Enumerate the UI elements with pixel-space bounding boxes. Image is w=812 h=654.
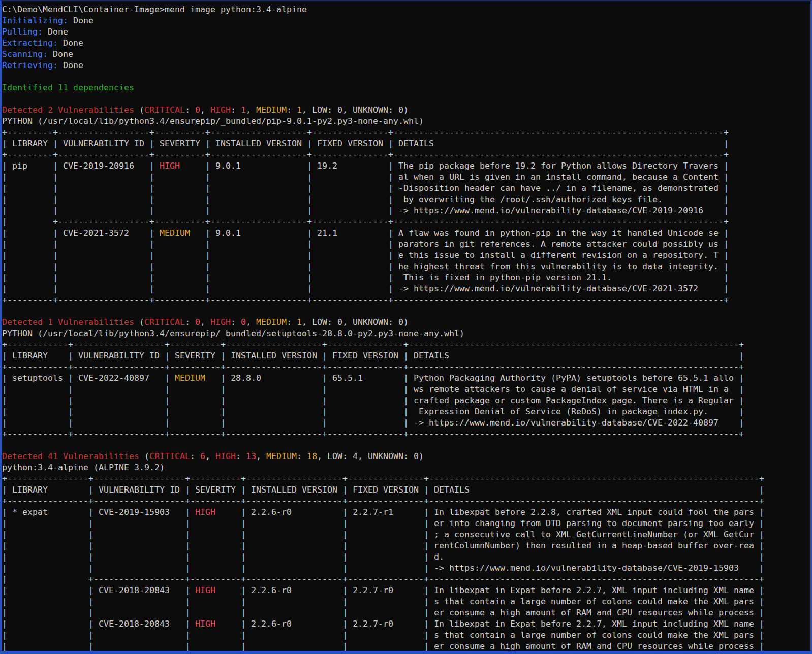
terminal-output: C:\Demo\MendCLI\Container-Image>mend ima… bbox=[2, 1, 810, 652]
terminal-line: | | | | | | -> https://www.mend.io/vulne… bbox=[2, 563, 810, 574]
terminal-line: Identified 11 dependencies bbox=[2, 82, 810, 93]
terminal-line: +----------------+------------------+---… bbox=[2, 473, 810, 484]
terminal-line: | | | | | | al when a URL is given in an… bbox=[2, 172, 810, 183]
terminal-line: | +------------------+----------+-------… bbox=[2, 574, 810, 585]
terminal-line: | | | | | | ; a consecutive call to XML_… bbox=[2, 529, 810, 540]
terminal-window: C:\Demo\MendCLI\Container-Image>mend ima… bbox=[0, 0, 812, 654]
terminal-line: Retrieving: Done bbox=[2, 60, 810, 71]
terminal-line: | | | | | | ws remote attackers to cause… bbox=[2, 384, 810, 395]
terminal-line: PYTHON (/usr/local/lib/python3.4/ensurep… bbox=[2, 116, 810, 127]
terminal-line: | | | | | | he highest threat from this … bbox=[2, 261, 810, 272]
terminal-line: | | | | | | er consume a high amount of … bbox=[2, 607, 810, 618]
terminal-line: Extracting: Done bbox=[2, 38, 810, 49]
terminal-line: +------------+------------------+-------… bbox=[2, 429, 810, 440]
terminal-line: | | CVE-2021-3572 | MEDIUM | 9.0.1 | 21.… bbox=[2, 227, 810, 239]
terminal-line: | | CVE-2018-20843 | HIGH | 2.2.6-r0 | 2… bbox=[2, 585, 810, 596]
terminal-line: | | | | | | Expression Denial of Service… bbox=[2, 406, 810, 417]
terminal-line bbox=[2, 93, 810, 105]
terminal-line: | | | | | | d. | bbox=[2, 551, 810, 563]
terminal-line: Initializing: Done bbox=[2, 15, 810, 26]
terminal-line: | | | | | | er into changing from DTD pa… bbox=[2, 518, 810, 529]
terminal-line: +------------+------------------+-------… bbox=[2, 339, 810, 350]
terminal-line: +---------+------------------+----------… bbox=[2, 127, 810, 138]
terminal-line: | setuptools | CVE-2022-40897 | MEDIUM |… bbox=[2, 373, 810, 384]
terminal-line: | +------------------+----------+-------… bbox=[2, 216, 810, 227]
terminal-line: | | | | | | -> https://www.mend.io/vulne… bbox=[2, 283, 810, 295]
terminal-line bbox=[2, 306, 810, 317]
terminal-line: +---------+------------------+----------… bbox=[2, 295, 810, 306]
terminal-line: Scanning: Done bbox=[2, 49, 810, 60]
terminal-line: Detected 1 Vulnerabilities (CRITICAL: 0,… bbox=[2, 317, 810, 328]
terminal-line: PYTHON (/usr/local/lib/python3.4/ensurep… bbox=[2, 328, 810, 339]
terminal-line bbox=[2, 440, 810, 451]
terminal-line: +------------+------------------+-------… bbox=[2, 362, 810, 373]
terminal-line: | | | | | | crafted package or custom Pa… bbox=[2, 395, 810, 406]
terminal-line: | pip | CVE-2019-20916 | HIGH | 9.0.1 | … bbox=[2, 160, 810, 172]
terminal-line: | | | | | | rentColumnNumber) then resul… bbox=[2, 540, 810, 551]
terminal-line: | LIBRARY | VULNERABILITY ID | SEVERITY … bbox=[2, 484, 810, 496]
terminal-line: | | | | | | by overwriting the /root/.ss… bbox=[2, 194, 810, 205]
terminal-line: | | | | | | -> https://www.mend.io/vulne… bbox=[2, 417, 810, 429]
terminal-line: Detected 41 Vulnerabilities (CRITICAL: 6… bbox=[2, 451, 810, 462]
terminal-line: +----------------+------------------+---… bbox=[2, 496, 810, 507]
terminal-line: | | | | | | s that contain a large numbe… bbox=[2, 630, 810, 641]
terminal-line: Pulling: Done bbox=[2, 26, 810, 38]
terminal-line: +---------+------------------+----------… bbox=[2, 149, 810, 160]
terminal-line: | | CVE-2018-20843 | HIGH | 2.2.6-r0 | 2… bbox=[2, 618, 810, 630]
terminal-line: | | | | | | parators in git references. … bbox=[2, 239, 810, 250]
terminal-line: C:\Demo\MendCLI\Container-Image>mend ima… bbox=[2, 4, 810, 15]
terminal-line: | | | | | | e this issue to install a di… bbox=[2, 250, 810, 261]
terminal-line: python:3.4-alpine (ALPINE 3.9.2) bbox=[2, 462, 810, 473]
terminal-line: | LIBRARY | VULNERABILITY ID | SEVERITY … bbox=[2, 138, 810, 149]
terminal-line: | | | | | | -Disposition header can have… bbox=[2, 183, 810, 194]
terminal-line: | LIBRARY | VULNERABILITY ID | SEVERITY … bbox=[2, 350, 810, 362]
terminal-line: | | | | | | -> https://www.mend.io/vulne… bbox=[2, 205, 810, 216]
terminal-line: | | | | | | s that contain a large numbe… bbox=[2, 596, 810, 607]
terminal-line: Detected 2 Vulnerabilities (CRITICAL: 0,… bbox=[2, 105, 810, 116]
terminal-line: | | | | | | This is fixed in python-pip … bbox=[2, 272, 810, 283]
terminal-line: | * expat | CVE-2019-15903 | HIGH | 2.2.… bbox=[2, 507, 810, 518]
terminal-line bbox=[2, 71, 810, 82]
terminal-line: | | | | | | er consume a high amount of … bbox=[2, 641, 810, 652]
